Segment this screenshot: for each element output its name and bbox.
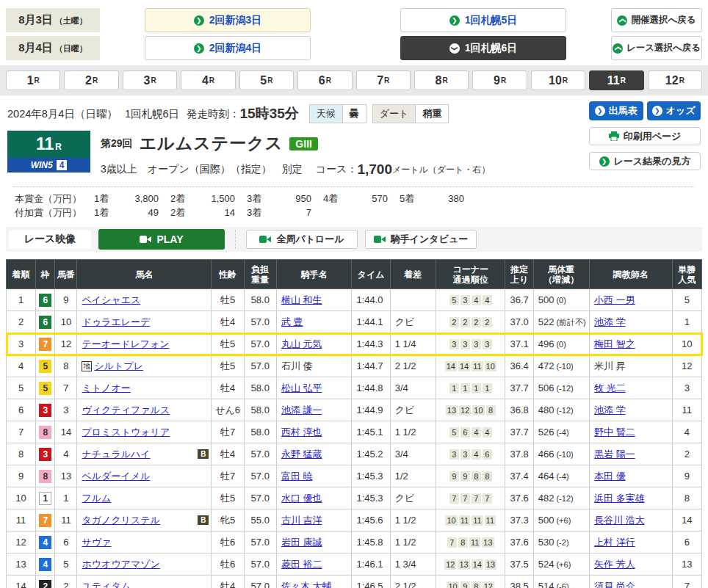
print-page-button[interactable]: 印刷用ページ [589, 127, 701, 145]
race-tab-11R[interactable]: 11R [589, 70, 643, 90]
body-weight-diff: (-2) [554, 538, 568, 547]
trainer-link[interactable]: 梅田 智之 [594, 338, 635, 349]
camera-icon [140, 236, 151, 243]
cell-time: 1:45.6 [352, 509, 390, 531]
cell-load-weight: 57.0 [244, 311, 276, 333]
frame-badge: 6 [39, 316, 51, 329]
result-guide-button[interactable]: ❯ レース結果の見方 [589, 152, 701, 170]
trainer-link[interactable]: 本田 優 [594, 471, 626, 482]
cell-trainer: 長谷川 浩大 [590, 509, 673, 531]
trainer-link[interactable]: 長谷川 浩大 [594, 515, 645, 526]
race-tab-9R[interactable]: 9R [472, 70, 527, 90]
meeting-button-label: 1回札幌6日 [465, 42, 518, 55]
trainer-link[interactable]: 黒岩 陽一 [594, 449, 635, 460]
cell-finish-position: 4 [7, 355, 36, 377]
horse-name-link[interactable]: ペイシャエス [82, 294, 140, 305]
race-tab-2R[interactable]: 2R [64, 70, 118, 90]
printer-icon [609, 131, 619, 141]
back-to-race-select-button[interactable]: ❯ レース選択へ戻る [611, 36, 702, 60]
race-number-badge: 11 R WIN5 4 [7, 131, 90, 173]
race-tab-10R[interactable]: 10R [531, 70, 585, 90]
trainer-link[interactable]: 野中 賢二 [594, 427, 635, 438]
camera-icon [259, 236, 271, 243]
horse-name-link[interactable]: ドゥラエレーデ [82, 316, 150, 327]
trainer-link[interactable]: 浜田 多実雄 [594, 493, 645, 504]
jockey-link[interactable]: 松山 弘平 [281, 382, 322, 393]
horse-name-link[interactable]: ベルダーイメル [82, 471, 150, 482]
race-tab-1R[interactable]: 1R [6, 70, 60, 90]
cell-win-favorite: 5 [672, 289, 701, 311]
race-tab-8R[interactable]: 8R [414, 70, 469, 90]
jockey-link[interactable]: 西村 淳也 [281, 427, 322, 438]
horse-name-link[interactable]: ユティタム [82, 581, 131, 588]
cell-margin: 1 3/4 [390, 553, 436, 576]
start-time-label: 発走時刻： [187, 107, 240, 121]
horse-name-link[interactable]: ミトノオー [82, 382, 130, 393]
nav-row-saturday: 8月3日 （土曜） ❯ 2回新潟3日 ❯ 1回札幌5日 ❯ 開催選択へ戻る [6, 8, 702, 32]
corner-position: 12 [444, 559, 456, 570]
cell-finish-position: 1 [7, 289, 36, 311]
race-tab-12R[interactable]: 12R [648, 70, 702, 90]
cell-margin: 1 1/2 [390, 531, 436, 553]
meeting-button-niigata4[interactable]: ❯ 2回新潟4日 [145, 36, 311, 60]
jockey-link[interactable]: 佐々木 大輔 [281, 581, 332, 588]
column-header: 推定 上り [505, 260, 533, 289]
meeting-button-sapporo5[interactable]: ❯ 1回札幌5日 [400, 8, 566, 32]
cell-horse-name: ベルダーイメル [77, 465, 212, 487]
horse-name-link[interactable]: テーオードレフォン [82, 338, 169, 349]
cell-trainer: 牧 光二 [590, 377, 673, 399]
shutsuba-button[interactable]: ❯ 出馬表 [589, 101, 643, 120]
meeting-button-sapporo6-selected[interactable]: ❯ 1回札幌6日 [400, 36, 566, 60]
jockey-link[interactable]: 菱田 裕二 [281, 559, 322, 570]
horse-name-left: フルム [82, 492, 111, 505]
horse-name-link[interactable]: サヴァ [82, 537, 111, 548]
cell-load-weight: 58.0 [244, 289, 276, 311]
horse-name-link[interactable]: プロミストウォリア [82, 427, 170, 438]
jockey-link[interactable]: 富田 暁 [281, 471, 313, 482]
cell-last-3f: 36.7 [505, 289, 533, 311]
trainer-link[interactable]: 牧 光二 [594, 382, 626, 393]
cell-frame-number: 5 [36, 377, 55, 399]
jockey-link[interactable]: 古川 吉洋 [281, 515, 322, 526]
horse-name-left: サヴァ [82, 536, 111, 549]
jockey-link[interactable]: 武 豊 [281, 316, 303, 327]
horse-name-link[interactable]: ホウオウアマゾン [82, 559, 159, 570]
trainer-link[interactable]: 上村 洋行 [594, 537, 635, 548]
back-to-kaisai-button[interactable]: ❯ 開催選択へ戻る [611, 8, 702, 32]
trainer-link[interactable]: 須貝 尚介 [594, 581, 635, 588]
horse-name-link[interactable]: ヴィクティファルス [82, 404, 170, 415]
trainer-link[interactable]: 池添 学 [594, 404, 626, 415]
jockey-link[interactable]: 水口 優也 [281, 493, 322, 504]
body-weight: 482 [538, 493, 555, 504]
race-tab-7R[interactable]: 7R [356, 70, 411, 90]
cell-margin: 1 1/2 [390, 509, 436, 531]
meeting-button-niigata3[interactable]: ❯ 2回新潟3日 [145, 8, 311, 32]
jockey-link[interactable]: 横山 和生 [281, 294, 322, 305]
race-tab-5R[interactable]: 5R [239, 70, 294, 90]
race-tab-3R[interactable]: 3R [123, 70, 177, 90]
jockey-interview-button[interactable]: 騎手インタビュー [365, 230, 477, 249]
trainer-link[interactable]: 小西 一男 [594, 294, 635, 305]
race-tab-number: 11 [607, 74, 620, 87]
horse-name-link[interactable]: タガノクリステル [82, 515, 159, 526]
play-button[interactable]: PLAY [98, 229, 225, 250]
cell-last-3f: 37.0 [505, 311, 533, 333]
patrol-video-button[interactable]: 全周パトロール [246, 230, 358, 249]
horse-name-link[interactable]: ナチュラルハイ [82, 449, 150, 460]
jockey-link[interactable]: 永野 猛蔵 [281, 449, 322, 460]
trainer-link[interactable]: 矢作 芳人 [594, 559, 635, 570]
horse-name-link[interactable]: フルム [82, 493, 111, 504]
jockey-link[interactable]: 岩田 康誠 [281, 537, 322, 548]
cell-jockey: 石川 倭 [276, 355, 352, 377]
prize-amount: 3,800 [118, 192, 159, 206]
jockey-link[interactable]: 池添 謙一 [281, 404, 322, 415]
cell-frame-number: 7 [36, 509, 55, 531]
jockey-link[interactable]: 丸山 元気 [281, 338, 322, 349]
trainer-link[interactable]: 池添 学 [594, 316, 626, 327]
race-tab-4R[interactable]: 4R [181, 70, 235, 90]
race-tab-6R[interactable]: 6R [297, 70, 352, 90]
race-tab-suffix: R [35, 76, 40, 84]
odds-button[interactable]: ❯ オッズ [647, 101, 701, 120]
horse-name-link[interactable]: シルトプレ [94, 360, 143, 371]
body-weight-diff: (-12) [554, 494, 573, 503]
